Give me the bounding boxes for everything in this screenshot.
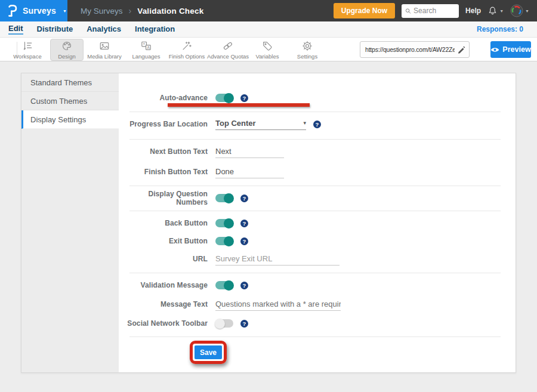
magic-wand-icon — [181, 41, 192, 51]
display-question-numbers-label: Display Question Numbers — [119, 190, 208, 206]
social-network-toolbar-toggle[interactable] — [215, 319, 233, 328]
design-toolbar: Workspace Design Media Library * A Langu… — [0, 37, 537, 61]
help-icon[interactable]: ? — [240, 237, 248, 245]
message-text-input[interactable] — [215, 298, 341, 311]
toolbar-item-design[interactable]: Design — [50, 39, 84, 61]
divider — [129, 273, 501, 273]
product-label: Surveys — [23, 6, 56, 16]
tab-integration[interactable]: Integration — [135, 24, 175, 34]
help-icon[interactable]: ? — [240, 195, 248, 202]
validation-message-label: Validation Message — [119, 281, 208, 289]
chevron-down-icon: ▼ — [499, 9, 504, 13]
display-settings-card: Standard Themes Custom Themes Display Se… — [21, 73, 516, 373]
workspace-icon — [22, 41, 33, 51]
next-button-text-input[interactable] — [215, 146, 284, 158]
finish-button-text-label: Finish Button Text — [119, 168, 208, 176]
breadcrumb-current: Validation Check — [137, 7, 203, 16]
message-text-row: Message Text — [119, 297, 516, 311]
toolbar-item-finish-options[interactable]: Finish Options — [168, 39, 206, 61]
exit-button-toggle[interactable] — [215, 237, 233, 245]
pencil-icon — [457, 45, 465, 54]
exit-button-row: Exit Button ? — [119, 234, 516, 248]
header-actions: Upgrade Now Help ▼ ▼ — [334, 3, 537, 18]
exit-url-label: URL — [119, 255, 208, 263]
chain-links-icon — [223, 41, 233, 51]
help-icon[interactable]: ? — [240, 282, 248, 289]
tag-icon — [262, 41, 273, 51]
search-icon — [405, 7, 411, 15]
auto-advance-toggle[interactable] — [215, 94, 233, 102]
social-network-toolbar-label: Social Network Toolbar — [119, 319, 208, 328]
progress-bar-location-label: Progress Bar Location — [119, 120, 208, 128]
back-button-toggle[interactable] — [215, 219, 233, 227]
divider — [129, 211, 501, 211]
chevron-down-icon: ▾ — [303, 120, 306, 126]
search-box[interactable] — [402, 4, 459, 18]
tab-analytics[interactable]: Analytics — [87, 24, 121, 34]
product-menu[interactable]: Surveys ▼ — [0, 0, 67, 21]
validation-message-toggle[interactable] — [215, 281, 233, 289]
design-palette-icon — [61, 41, 72, 51]
tab-distribute[interactable]: Distribute — [37, 24, 73, 34]
eye-icon — [490, 47, 499, 53]
social-network-toolbar-row: Social Network Toolbar ? — [119, 316, 516, 331]
breadcrumb-parent[interactable]: My Surveys — [81, 7, 123, 16]
design-sidebar: Standard Themes Custom Themes Display Se… — [21, 73, 119, 372]
toolbar-item-settings[interactable]: Settings — [291, 39, 324, 61]
back-button-label: Back Button — [119, 219, 208, 227]
validation-message-row: Validation Message ? — [119, 278, 516, 292]
tab-edit[interactable]: Edit — [8, 24, 23, 35]
finish-button-text-row: Finish Button Text — [119, 165, 516, 179]
preview-button[interactable]: Preview — [490, 41, 531, 58]
divider — [129, 139, 501, 140]
top-header: Surveys ▼ My Surveys › Validation Check … — [0, 0, 537, 21]
help-icon[interactable]: ? — [313, 121, 321, 128]
exit-url-row: URL — [119, 252, 516, 266]
display-question-numbers-row: Display Question Numbers ? — [119, 191, 516, 205]
languages-icon: * A — [141, 41, 152, 51]
divider — [129, 112, 501, 112]
toolbar-item-variables[interactable]: Variables — [251, 39, 284, 61]
next-button-text-label: Next Button Text — [119, 147, 208, 156]
progress-bar-location-value: Top Center — [215, 119, 256, 128]
sidebar-item-display-settings[interactable]: Display Settings — [21, 110, 119, 129]
help-link[interactable]: Help — [465, 7, 481, 15]
upgrade-now-button[interactable]: Upgrade Now — [334, 3, 395, 18]
svg-text:*: * — [143, 41, 146, 47]
help-icon[interactable]: ? — [240, 94, 248, 102]
display-question-numbers-toggle[interactable] — [215, 194, 233, 202]
search-input[interactable] — [413, 7, 455, 15]
chevron-down-icon: ▼ — [63, 9, 67, 13]
progress-bar-location-row: Progress Bar Location Top Center ▾ ? — [119, 117, 516, 131]
settings-form: Auto-advance ? Progress Bar Location Top… — [119, 73, 516, 372]
avatar — [510, 4, 523, 17]
auto-advance-label: Auto-advance — [119, 94, 208, 102]
progress-bar-location-select[interactable]: Top Center ▾ — [215, 119, 306, 130]
edit-url-button[interactable] — [457, 45, 465, 54]
toolbar-item-advance-quotas[interactable]: Advance Quotas — [208, 39, 248, 61]
survey-url-input[interactable] — [365, 46, 455, 53]
help-icon[interactable]: ? — [240, 220, 248, 227]
toolbar-item-workspace[interactable]: Workspace — [10, 39, 45, 61]
back-button-row: Back Button ? — [119, 216, 516, 230]
exit-url-input[interactable] — [215, 253, 340, 266]
save-button[interactable]: Save — [195, 345, 222, 359]
bell-icon — [487, 6, 498, 16]
breadcrumb-separator-icon: › — [129, 6, 132, 16]
next-button-text-row: Next Button Text — [119, 144, 516, 159]
questionpro-logo-icon — [8, 5, 17, 17]
divider — [129, 186, 501, 186]
help-icon[interactable]: ? — [240, 320, 248, 328]
sidebar-item-custom-themes[interactable]: Custom Themes — [21, 92, 119, 110]
notifications-menu[interactable]: ▼ — [487, 6, 504, 16]
toolbar-item-media-library[interactable]: Media Library — [86, 39, 123, 61]
toolbar-item-languages[interactable]: * A Languages — [129, 39, 163, 61]
sidebar-item-standard-themes[interactable]: Standard Themes — [21, 73, 119, 92]
survey-nav: Edit Distribute Analytics Integration Re… — [0, 21, 537, 37]
account-menu[interactable]: ▼ — [510, 4, 529, 17]
annotation-red-underline — [168, 103, 310, 107]
chevron-down-icon: ▼ — [525, 9, 529, 13]
survey-url-box — [360, 41, 470, 58]
responses-count[interactable]: Responses: 0 — [477, 25, 529, 33]
finish-button-text-input[interactable] — [215, 166, 284, 178]
